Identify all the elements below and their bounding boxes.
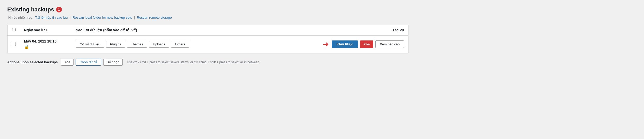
actions-group: ➜ Khôi Phục Xóa Xem báo cáo (269, 40, 404, 48)
link-rescan-local[interactable]: Rescan local folder for new backup sets (72, 16, 132, 19)
row-date-cell: May 04, 2022 18:16 🔒 (20, 36, 72, 53)
backup-count-badge: 1 (56, 7, 62, 12)
tag-plugins[interactable]: Plugins (106, 41, 125, 48)
page-title: Existing backups (7, 6, 54, 13)
col-actions: Tác vụ (265, 25, 408, 36)
footer-actions: Actions upon selected backups Xóa Chọn t… (7, 58, 408, 67)
restore-button[interactable]: Khôi Phục (332, 40, 358, 48)
separator-2: | (134, 16, 135, 19)
link-upload[interactable]: Tải lên tập tin sao lưu (35, 16, 68, 19)
tag-uploads[interactable]: Uploads (149, 41, 169, 48)
subtitle-row: Nhiều nhiệm vụ: Tải lên tập tin sao lưu … (7, 16, 408, 19)
row-tags-cell: Cơ sở dữ liệu Plugins Themes Uploads Oth… (72, 36, 265, 53)
footer-delete-button[interactable]: Xóa (61, 59, 74, 66)
arrow-icon: ➜ (323, 40, 329, 48)
tag-database[interactable]: Cơ sở dữ liệu (76, 41, 104, 48)
subtitle-prefix: Nhiều nhiệm vụ: (8, 16, 33, 19)
footer-label: Actions upon selected backups (7, 60, 58, 64)
row-checkbox-cell (8, 36, 20, 53)
col-checkbox (8, 25, 20, 36)
select-all-checkbox[interactable] (12, 28, 16, 31)
footer-hint: Use ctrl / cmd + press to select several… (127, 60, 259, 64)
backups-table: Ngày sao lưu Sao lưu dữ liệu (bấm vào để… (8, 25, 408, 53)
table-row: May 04, 2022 18:16 🔒 Cơ sở dữ liệu Plugi… (8, 36, 408, 53)
report-button[interactable]: Xem báo cáo (375, 40, 404, 48)
lock-icon: 🔒 (24, 44, 68, 49)
backups-table-wrapper: Ngày sao lưu Sao lưu dữ liệu (bấm vào để… (7, 25, 408, 53)
link-rescan-remote[interactable]: Rescan remote storage (137, 16, 172, 19)
page-title-row: Existing backups 1 (7, 6, 408, 13)
page-container: Existing backups 1 Nhiều nhiệm vụ: Tải l… (7, 6, 408, 67)
delete-button[interactable]: Xóa (360, 40, 374, 48)
row-date: May 04, 2022 18:16 (24, 39, 56, 43)
col-date: Ngày sao lưu (20, 25, 72, 36)
footer-deselect-button[interactable]: Bỏ chọn (103, 59, 123, 66)
row-actions-cell: ➜ Khôi Phục Xóa Xem báo cáo (265, 36, 408, 53)
row-checkbox[interactable] (12, 42, 16, 46)
tag-themes[interactable]: Themes (127, 41, 147, 48)
backup-tags: Cơ sở dữ liệu Plugins Themes Uploads Oth… (76, 41, 261, 48)
separator-1: | (70, 16, 70, 19)
col-data: Sao lưu dữ liệu (bấm vào để tải về) (72, 25, 265, 36)
tag-others[interactable]: Others (171, 41, 189, 48)
table-header-row: Ngày sao lưu Sao lưu dữ liệu (bấm vào để… (8, 25, 408, 36)
footer-select-all-button[interactable]: Chọn tất cả (76, 59, 101, 66)
